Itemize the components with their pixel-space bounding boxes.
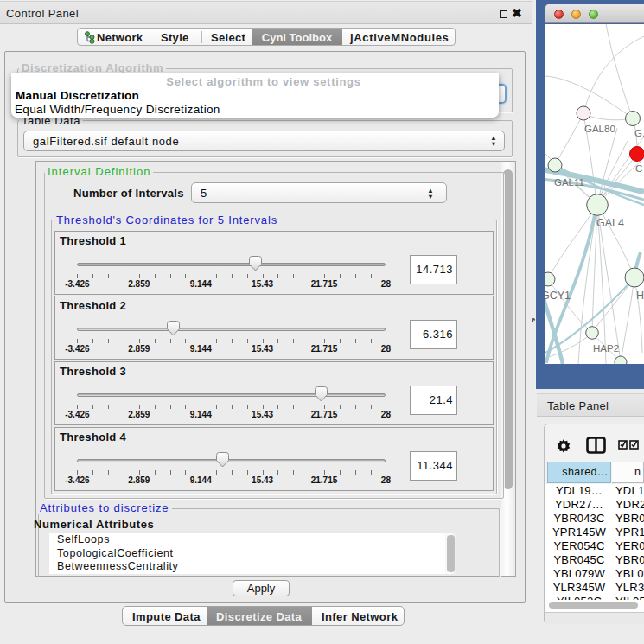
svg-text:G.: G. <box>634 128 644 138</box>
svg-text:H: H <box>636 290 644 302</box>
svg-text:C: C <box>635 163 642 174</box>
svg-text:GAL80: GAL80 <box>584 124 615 134</box>
svg-text:GAL11: GAL11 <box>554 177 584 188</box>
svg-text:GCY1: GCY1 <box>545 290 571 302</box>
svg-text:GAL4: GAL4 <box>596 217 624 229</box>
svg-text:HAP2: HAP2 <box>593 343 619 354</box>
